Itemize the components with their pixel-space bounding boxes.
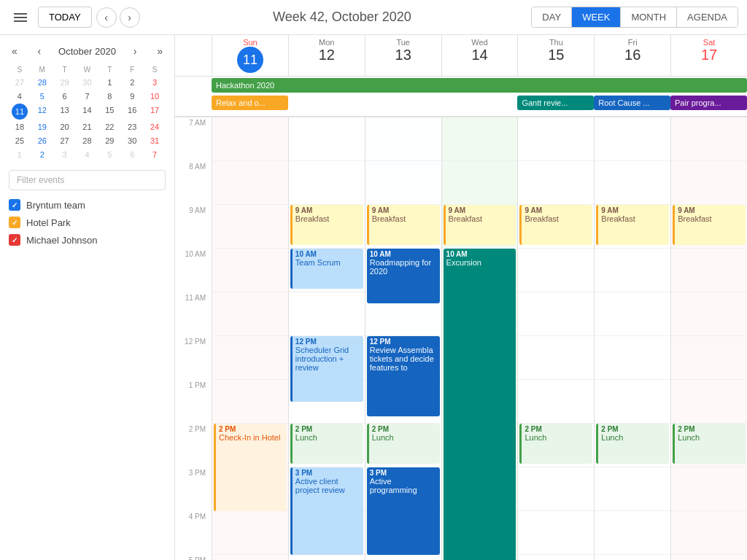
day-num-sun: 11 <box>237 47 263 73</box>
mini-date-2b[interactable]: 2 <box>31 148 53 161</box>
mini-date-4[interactable]: 4 <box>9 90 31 103</box>
mini-date-14[interactable]: 14 <box>77 104 98 120</box>
time-label-2pm: 2 PM <box>175 424 212 467</box>
mini-date-12[interactable]: 12 <box>31 104 53 120</box>
time-grid: 7 AM 8 AM 9 AM 10 AM 11 AM 12 PM 1 PM 2 … <box>175 117 747 560</box>
agenda-view-button[interactable]: AGENDA <box>677 7 738 27</box>
event-wed-breakfast[interactable]: 9 AM Breakfast <box>444 205 516 245</box>
day-view-button[interactable]: DAY <box>532 7 572 27</box>
mini-date-7[interactable]: 7 <box>77 90 98 103</box>
event-tue-active-prog[interactable]: 3 PM Active programming <box>367 467 440 555</box>
allday-hackathon[interactable]: Hackathon 2020 <box>212 78 747 93</box>
allday-gantt[interactable]: Gantt revie... <box>517 96 594 110</box>
week-view-button[interactable]: WEEK <box>572 7 621 27</box>
cal-checkbox-michael[interactable] <box>9 234 20 246</box>
allday-relax[interactable]: Relax and o... <box>212 96 288 110</box>
time-label-11am: 11 AM <box>175 292 212 336</box>
mini-date-24[interactable]: 24 <box>144 120 166 133</box>
mini-date-7b[interactable]: 7 <box>144 148 166 161</box>
mini-date-4b[interactable]: 4 <box>77 148 98 161</box>
mini-date-25[interactable]: 25 <box>9 134 31 147</box>
prev-button[interactable]: ‹ <box>96 7 117 28</box>
next-button[interactable]: › <box>120 7 140 28</box>
calendar-item-bryntum[interactable]: Bryntum team <box>9 199 166 211</box>
event-mon-lunch[interactable]: 2 PM Lunch <box>290 424 363 464</box>
mini-date-31[interactable]: 31 <box>144 134 166 147</box>
calendar-item-hotel[interactable]: Hotel Park <box>9 217 166 228</box>
mini-date-27a[interactable]: 27 <box>9 76 31 89</box>
mini-date-6[interactable]: 6 <box>54 90 76 103</box>
mini-date-3[interactable]: 3 <box>144 76 166 89</box>
mini-date-1[interactable]: 1 <box>98 76 120 89</box>
event-tue-breakfast[interactable]: 9 AM Breakfast <box>367 205 440 245</box>
mini-cal-next[interactable]: › <box>131 44 140 58</box>
mini-date-26[interactable]: 26 <box>31 134 53 147</box>
mini-date-2[interactable]: 2 <box>121 76 143 89</box>
mini-date-9[interactable]: 9 <box>121 90 143 103</box>
mini-date-8[interactable]: 8 <box>98 90 120 103</box>
event-mon-teamscrum[interactable]: 10 AM Team Scrum <box>290 249 363 289</box>
event-tue-roadmap[interactable]: 10 AM Roadmapping for 2020 <box>367 249 440 303</box>
mini-date-18[interactable]: 18 <box>9 120 31 133</box>
cal-checkbox-hotel[interactable] <box>9 217 20 228</box>
filter-input[interactable] <box>9 170 166 190</box>
mini-date-29b[interactable]: 29 <box>98 134 120 147</box>
mini-date-28b[interactable]: 28 <box>77 134 98 147</box>
grid-col-mon: 9 AM Breakfast 10 AM Team Scrum 12 PM Sc… <box>288 117 365 560</box>
mini-date-21[interactable]: 21 <box>77 120 98 133</box>
calendar-item-michael[interactable]: Michael Johnson <box>9 234 166 246</box>
mini-cal-prev-prev[interactable]: « <box>9 44 20 58</box>
mini-date-29a[interactable]: 29 <box>54 76 76 89</box>
day-col-mon: Mon 12 <box>288 35 365 76</box>
toolbar: TODAY ‹ › Week 42, October 2020 DAY WEEK… <box>0 0 747 35</box>
mini-date-22[interactable]: 22 <box>98 120 120 133</box>
event-fri-breakfast[interactable]: 9 AM Breakfast <box>596 205 669 245</box>
event-mon-active-client[interactable]: 3 PM Active client project review <box>290 467 363 555</box>
mini-date-11[interactable]: 11 <box>12 104 28 120</box>
mini-date-28a[interactable]: 28 <box>31 76 53 89</box>
mini-date-19[interactable]: 19 <box>31 120 53 133</box>
event-mon-breakfast[interactable]: 9 AM Breakfast <box>290 205 363 245</box>
mini-date-20[interactable]: 20 <box>54 120 76 133</box>
mini-date-13[interactable]: 13 <box>54 104 76 120</box>
mini-cal-next-next[interactable]: » <box>154 44 166 58</box>
mini-date-1b[interactable]: 1 <box>9 148 31 161</box>
mini-cal-prev[interactable]: ‹ <box>35 44 44 58</box>
mini-date-5b[interactable]: 5 <box>98 148 120 161</box>
cal-checkbox-bryntum[interactable] <box>9 199 20 211</box>
event-fri-lunch[interactable]: 2 PM Lunch <box>596 424 669 464</box>
day-label-m: M <box>31 64 53 75</box>
event-wed-excursion[interactable]: 10 AM Excursion <box>444 249 516 560</box>
mini-date-10[interactable]: 10 <box>144 90 166 103</box>
allday-rootcause[interactable]: Root Cause ... <box>594 96 670 110</box>
event-sat-breakfast[interactable]: 9 AM Breakfast <box>673 205 746 245</box>
allday-pair[interactable]: Pair progra... <box>670 96 747 110</box>
event-sat-lunch[interactable]: 2 PM Lunch <box>673 424 746 464</box>
mini-date-30a[interactable]: 30 <box>77 76 98 89</box>
mini-date-16[interactable]: 16 <box>121 104 143 120</box>
day-name-thu: Thu <box>518 38 594 47</box>
event-sun-checkin[interactable]: 2 PM Check-In in Hotel <box>214 424 287 511</box>
menu-icon[interactable] <box>9 6 32 29</box>
today-button[interactable]: TODAY <box>38 7 92 28</box>
event-thu-lunch[interactable]: 2 PM Lunch <box>519 424 592 464</box>
mini-date-23[interactable]: 23 <box>121 120 143 133</box>
mini-date-5[interactable]: 5 <box>31 90 53 103</box>
mini-date-6b[interactable]: 6 <box>121 148 143 161</box>
day-col-tue: Tue 13 <box>365 35 441 76</box>
mini-date-30b[interactable]: 30 <box>121 134 143 147</box>
day-num-thu: 15 <box>518 47 594 63</box>
event-tue-review[interactable]: 12 PM Review Assembla tickets and decide… <box>367 336 440 416</box>
mini-date-27b[interactable]: 27 <box>54 134 76 147</box>
month-view-button[interactable]: MONTH <box>621 7 677 27</box>
mini-date-17[interactable]: 17 <box>144 104 166 120</box>
event-mon-scheduler[interactable]: 12 PM Scheduler Grid introduction + revi… <box>290 336 363 402</box>
day-num-wed: 14 <box>442 47 518 63</box>
mini-date-15[interactable]: 15 <box>98 104 120 120</box>
grid-col-wed: 9 AM Breakfast 10 AM Excursion 6 PM Team… <box>441 117 518 560</box>
mini-date-3b[interactable]: 3 <box>54 148 76 161</box>
event-tue-lunch[interactable]: 2 PM Lunch <box>367 424 440 464</box>
main-layout: « ‹ October 2020 › » S M T W T F S 27 28… <box>0 35 747 560</box>
event-thu-breakfast[interactable]: 9 AM Breakfast <box>519 205 592 245</box>
hour-12pm-sun <box>212 336 288 380</box>
